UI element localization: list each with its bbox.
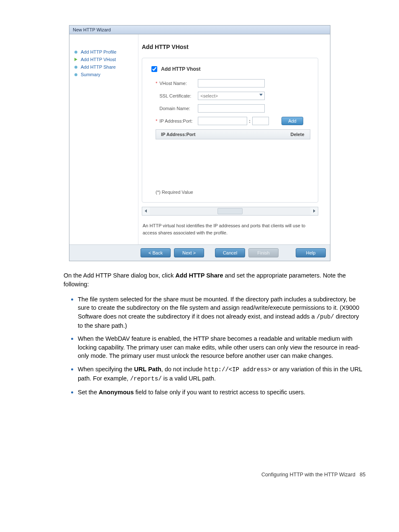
panel-description: An HTTP virtual host identifies the IP a… <box>143 222 317 236</box>
required-icon: * <box>156 118 157 123</box>
add-button[interactable]: Add <box>281 117 303 125</box>
bullet-icon <box>74 73 77 76</box>
bullet-icon <box>74 51 77 54</box>
list-item: Set the Anonymous field to false only if… <box>78 388 366 397</box>
list-item: When the WebDAV feature is enabled, the … <box>78 334 366 360</box>
required-icon: * <box>156 81 157 86</box>
horizontal-scrollbar[interactable] <box>142 207 318 216</box>
ssl-select[interactable]: <select> <box>198 92 265 100</box>
sidebar-item-profile[interactable]: Add HTTP Profile <box>74 49 133 54</box>
checkbox-label: Add HTTP Vhost <box>161 66 200 72</box>
sidebar-item-summary[interactable]: Summary <box>74 72 133 77</box>
bullet-list: The file system selected for the share m… <box>64 295 366 397</box>
wizard-footer: < Back Next > Cancel Finish Help <box>69 244 330 261</box>
col-ipport: IP Address:Port <box>156 132 285 137</box>
finish-button: Finish <box>248 248 279 257</box>
add-vhost-checkbox[interactable] <box>151 66 157 72</box>
page-footer: Configuring HTTP with the HTTP Wizard 85 <box>0 472 399 478</box>
form-panel: Add HTTP Vhost * VHost Name: * SSL Certi… <box>142 58 318 203</box>
intro-paragraph: On the Add HTTP Share dialog box, click … <box>64 271 366 288</box>
cancel-button[interactable]: Cancel <box>215 248 245 257</box>
ipport-label: IP Address:Port: <box>159 118 198 123</box>
scroll-thumb[interactable] <box>217 208 243 214</box>
list-item: When specifying the URL Path, do not inc… <box>78 365 366 383</box>
wizard-sidebar: Add HTTP Profile Add HTTP VHost Add HTTP… <box>69 34 138 244</box>
port-input[interactable] <box>252 117 269 125</box>
vhost-name-input[interactable] <box>198 79 265 87</box>
required-note: (*) Required Value <box>156 190 310 195</box>
scroll-right-icon[interactable] <box>310 207 318 215</box>
next-button[interactable]: Next > <box>174 248 204 257</box>
list-item: The file system selected for the share m… <box>78 295 366 330</box>
page-heading: Add HTTP VHost <box>142 44 321 50</box>
sidebar-item-label: Add HTTP Profile <box>81 49 116 54</box>
help-button[interactable]: Help <box>296 248 326 257</box>
document-body: On the Add HTTP Share dialog box, click … <box>64 271 366 396</box>
bullet-icon <box>74 66 77 69</box>
vhost-name-label: VHost Name: <box>159 81 198 86</box>
sidebar-item-vhost[interactable]: Add HTTP VHost <box>74 57 133 62</box>
ssl-label: SSL Certificate: <box>159 93 198 98</box>
col-delete: Delete <box>285 132 310 137</box>
dialog-title: New HTTP Wizard <box>69 26 330 34</box>
sidebar-item-share[interactable]: Add HTTP Share <box>74 64 133 69</box>
ipport-table-header: IP Address:Port Delete <box>156 129 310 139</box>
chevron-down-icon <box>259 94 263 96</box>
ip-input[interactable] <box>198 117 247 125</box>
scroll-left-icon[interactable] <box>142 207 150 215</box>
wizard-dialog: New HTTP Wizard Add HTTP Profile Add HTT… <box>69 25 330 261</box>
colon-sep: : <box>249 118 251 123</box>
domain-label: Domain Name: <box>159 106 198 111</box>
back-button[interactable]: < Back <box>141 248 171 257</box>
sidebar-item-label: Add HTTP Share <box>81 64 116 69</box>
domain-input[interactable] <box>198 104 265 113</box>
sidebar-item-label: Add HTTP VHost <box>81 57 116 62</box>
arrow-right-icon <box>74 58 77 61</box>
sidebar-item-label: Summary <box>81 72 100 77</box>
